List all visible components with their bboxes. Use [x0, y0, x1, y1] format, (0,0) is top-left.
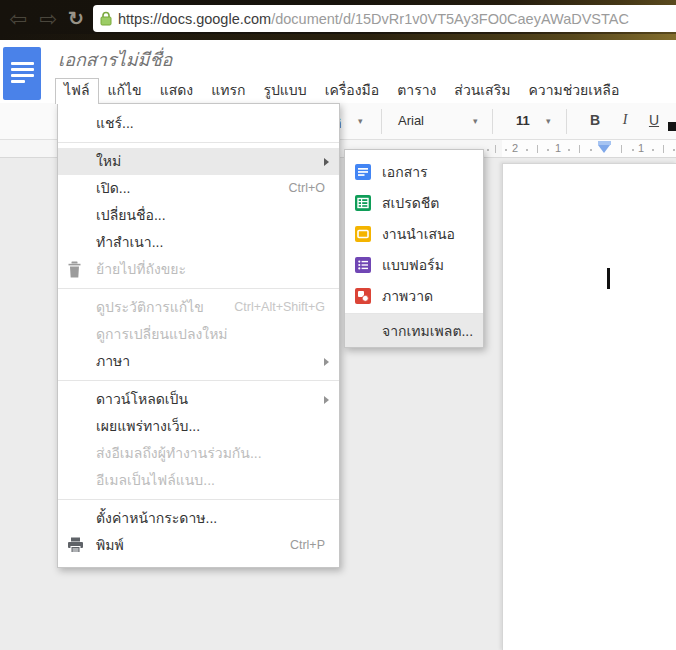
- menu-item-label: แชร์...: [96, 115, 134, 131]
- menu-item-make-copy[interactable]: ทำสำเนา...: [58, 229, 339, 256]
- ruler-dot: [652, 149, 654, 151]
- submenu-item-document[interactable]: เอกสาร: [345, 156, 483, 187]
- menu-item-label: เปลี่ยนชื่อ...: [96, 207, 166, 223]
- ruler-number: 1: [555, 142, 561, 154]
- ruler-dot: [568, 149, 570, 151]
- chevron-down-icon: ▾: [546, 116, 551, 126]
- italic-button[interactable]: I: [616, 112, 634, 128]
- menu-item-label: อีเมลเป็นไฟล์แนบ...: [96, 472, 215, 488]
- submenu-arrow-icon: [324, 158, 329, 166]
- toolbar-divider: [566, 109, 567, 134]
- submenu-item-label: ภาพวาด: [382, 285, 433, 307]
- ruler-dot: [487, 149, 489, 151]
- new-submenu: เอกสาร สเปรดชีต งานนำเสนอ: [344, 149, 484, 348]
- file-menu-dropdown: แชร์... ใหม่ Ctrl+Oเปิด... เปลี่ยนชื่อ..…: [57, 103, 340, 568]
- menu-item-page-setup[interactable]: ตั้งค่าหน้ากระดาษ...: [58, 505, 339, 532]
- submenu-item-spreadsheet[interactable]: สเปรดชีต: [345, 187, 483, 218]
- menu-item-rename[interactable]: เปลี่ยนชื่อ...: [58, 202, 339, 229]
- ruler-number: 2: [512, 142, 518, 154]
- submenu-item-form[interactable]: แบบฟอร์ม: [345, 249, 483, 280]
- bold-button[interactable]: B: [586, 112, 604, 128]
- ruler-dot: [547, 149, 549, 151]
- menu-edit[interactable]: แก้ไข: [99, 78, 151, 103]
- menu-insert[interactable]: แทรก: [202, 78, 254, 103]
- shortcut-label: Ctrl+O: [289, 175, 325, 202]
- submenu-item-label: จากเทมเพลต...: [382, 320, 473, 342]
- menu-format[interactable]: รูปแบบ: [254, 78, 315, 103]
- toolbar-divider: [492, 109, 493, 134]
- menu-item-open[interactable]: Ctrl+Oเปิด...: [58, 175, 339, 202]
- indent-marker[interactable]: [598, 141, 611, 154]
- trash-icon: [67, 261, 82, 278]
- menu-item-see-new-changes: ดูการเปลี่ยนแปลงใหม่: [58, 321, 339, 348]
- submenu-item-from-template[interactable]: จากเทมเพลต...: [345, 314, 483, 347]
- ruler-number: 1: [638, 142, 644, 154]
- menu-table[interactable]: ตาราง: [388, 78, 445, 103]
- browser-forward-icon[interactable]: ⇨: [34, 1, 62, 37]
- submenu-item-label: สเปรดชีต: [382, 192, 439, 214]
- slides-file-icon: [355, 226, 371, 242]
- ruler-dot: [505, 149, 507, 151]
- menu-item-label: ดาวน์โหลดเป็น: [96, 391, 188, 407]
- submenu-item-drawing[interactable]: ภาพวาด: [345, 280, 483, 311]
- ruler-dot: [632, 149, 634, 151]
- menu-file[interactable]: ไฟล์: [55, 78, 99, 104]
- menu-item-label: ย้ายไปที่ถังขยะ: [96, 261, 186, 277]
- menu-item-email-as-attachment: อีเมลเป็นไฟล์แนบ...: [58, 467, 339, 494]
- font-size-dropdown[interactable]: 11: [516, 113, 530, 128]
- font-family-dropdown[interactable]: Arial: [398, 113, 424, 128]
- ruler-tick: [621, 145, 622, 153]
- submenu-arrow-icon: [324, 396, 329, 404]
- menu-item-label: พิมพ์: [96, 537, 124, 553]
- underline-button[interactable]: U: [645, 112, 663, 128]
- printer-icon: [67, 537, 84, 553]
- menu-item-label: เผยแพร่ทางเว็บ...: [96, 418, 200, 434]
- menu-item-label: ใหม่: [96, 153, 121, 169]
- menu-addons[interactable]: ส่วนเสริม: [445, 78, 519, 103]
- menu-item-download-as[interactable]: ดาวน์โหลดเป็น: [58, 386, 339, 413]
- browser-refresh-icon[interactable]: ↻: [62, 1, 90, 37]
- ruler-tick: [537, 145, 538, 153]
- address-bar[interactable]: https://docs.google.com/document/d/15DvR…: [93, 5, 676, 32]
- ruler-page-area: [502, 140, 676, 157]
- menu-item-move-to-trash: ย้ายไปที่ถังขยะ: [58, 256, 339, 283]
- document-title[interactable]: เอกสารไม่มีชื่อ: [58, 45, 172, 74]
- menu-item-email-collaborators: ส่งอีเมลถึงผู้ทำงานร่วมกัน...: [58, 440, 339, 467]
- browser-chrome: ⇦ ⇨ ↻ https://docs.google.com/document/d…: [0, 0, 676, 40]
- menu-item-label: ภาษา: [96, 353, 130, 369]
- menu-item-share[interactable]: แชร์...: [58, 110, 339, 137]
- shortcut-label: Ctrl+P: [290, 532, 325, 559]
- ruler-tick: [663, 145, 664, 153]
- text-color-swatch[interactable]: [668, 122, 676, 131]
- menu-view[interactable]: แสดง: [151, 78, 203, 103]
- menu-tools[interactable]: เครื่องมือ: [316, 78, 389, 103]
- menu-item-language[interactable]: ภาษา: [58, 348, 339, 375]
- forms-file-icon: [355, 257, 371, 273]
- menu-item-print[interactable]: Ctrl+P พิมพ์: [58, 532, 339, 559]
- url-text: https://docs.google.com/document/d/15DvR…: [118, 11, 629, 27]
- menu-item-publish-to-web[interactable]: เผยแพร่ทางเว็บ...: [58, 413, 339, 440]
- menu-bar: ไฟล์ แก้ไข แสดง แทรก รูปแบบ เครื่องมือ ต…: [55, 78, 628, 104]
- document-page[interactable]: [502, 163, 676, 650]
- browser-back-icon[interactable]: ⇦: [4, 1, 32, 37]
- docs-header: เอกสารไม่มีชื่อ ไฟล์ แก้ไข แสดง แทรก รูป…: [0, 40, 676, 103]
- docs-logo-icon[interactable]: [3, 47, 41, 100]
- menu-item-revision-history: Ctrl+Alt+Shift+Gดูประวัติการแก้ไข: [58, 294, 339, 321]
- menu-item-label: ดูการเปลี่ยนแปลงใหม่: [96, 326, 228, 342]
- menu-separator: [58, 499, 339, 500]
- menu-item-label: ดูประวัติการแก้ไข: [96, 299, 204, 315]
- docs-file-icon: [355, 164, 371, 180]
- submenu-item-label: เอกสาร: [382, 161, 428, 183]
- toolbar-divider: [381, 109, 382, 134]
- ruler-dot: [590, 149, 592, 151]
- submenu-arrow-icon: [324, 358, 329, 366]
- shortcut-label: Ctrl+Alt+Shift+G: [234, 294, 325, 321]
- menu-item-new[interactable]: ใหม่: [58, 148, 339, 175]
- https-lock-icon: [100, 11, 112, 26]
- text-cursor: [607, 268, 610, 289]
- google-docs-window: ⇦ ⇨ ↻ https://docs.google.com/document/d…: [0, 0, 676, 650]
- menu-help[interactable]: ความช่วยเหลือ: [519, 78, 628, 103]
- submenu-item-presentation[interactable]: งานนำเสนอ: [345, 218, 483, 249]
- menu-separator: [58, 142, 339, 143]
- url-host: https://docs.google.com: [118, 11, 271, 27]
